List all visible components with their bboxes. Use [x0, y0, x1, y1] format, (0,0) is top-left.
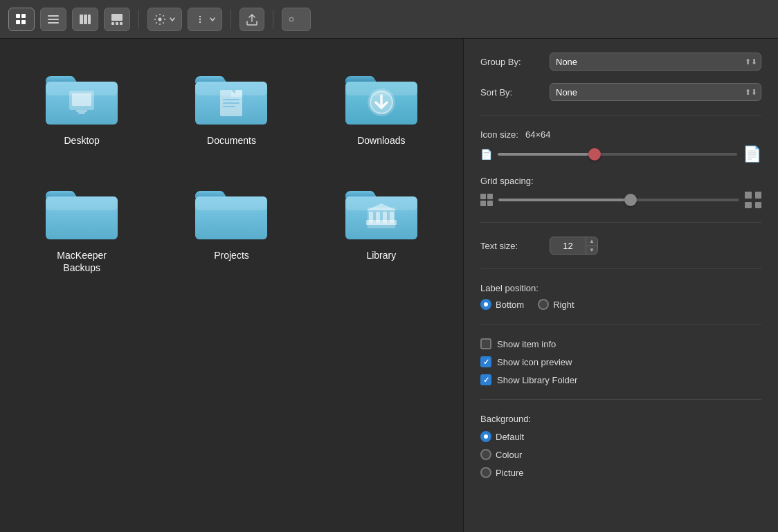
divider-3: [480, 268, 761, 269]
show-item-info-checkbox[interactable]: [480, 338, 491, 349]
svg-point-15: [199, 15, 201, 17]
svg-rect-6: [48, 22, 59, 24]
show-library-folder-item[interactable]: Show Library Folder: [480, 374, 761, 385]
svg-rect-10: [111, 14, 123, 21]
svg-rect-2: [16, 20, 20, 24]
label-position-section: Label position: Bottom Right: [480, 283, 761, 310]
svg-rect-45: [376, 212, 380, 223]
folder-library[interactable]: Library: [314, 174, 449, 274]
svg-rect-47: [390, 212, 394, 223]
folder-documents[interactable]: Documents: [163, 59, 299, 147]
folder-projects-label: Projects: [214, 249, 249, 262]
checkbox-section: Show item info Show icon preview Show Li…: [480, 338, 761, 385]
svg-rect-0: [16, 14, 20, 18]
grid-large-icon: [745, 192, 761, 208]
group-by-select-wrapper: None Name Kind Date Modified ⬆⬇: [550, 53, 761, 71]
icon-view-button[interactable]: [8, 8, 35, 31]
label-bottom-option[interactable]: Bottom: [480, 299, 524, 310]
background-picture-option[interactable]: Picture: [480, 467, 761, 478]
folder-desktop[interactable]: Desktop: [14, 59, 150, 147]
background-colour-text: Colour: [496, 450, 522, 460]
sort-by-row: Sort By: None Name Kind Date Modified ⬆⬇: [480, 83, 761, 101]
svg-rect-37: [46, 196, 118, 210]
divider-4: [480, 324, 761, 324]
show-item-info-label: Show item info: [497, 339, 556, 349]
toolbar-divider-2: [230, 10, 231, 29]
group-by-row: Group By: None Name Kind Date Modified ⬆…: [480, 53, 761, 71]
sort-by-select[interactable]: None Name Kind Date Modified: [550, 83, 761, 101]
svg-rect-31: [223, 106, 235, 107]
text-size-stepper: 12 ▲ ▼: [550, 237, 598, 255]
icon-size-section: Icon size: 64×64 📄 📄: [480, 129, 761, 163]
icon-size-slider[interactable]: [498, 153, 737, 156]
show-library-folder-label: Show Library Folder: [497, 375, 577, 385]
svg-rect-5: [48, 19, 59, 20]
label-right-text: Right: [553, 300, 574, 310]
grid-spacing-slider-container: [498, 193, 739, 207]
svg-rect-8: [84, 15, 87, 24]
label-right-radio[interactable]: [538, 299, 549, 310]
show-icon-preview-label: Show icon preview: [497, 357, 572, 367]
tag-button[interactable]: [282, 8, 311, 31]
background-picture-text: Picture: [496, 468, 523, 478]
show-icon-preview-checkbox[interactable]: [480, 356, 491, 367]
text-size-row: Text size: 12 ▲ ▼: [480, 237, 761, 255]
background-default-text: Default: [496, 432, 524, 442]
label-position-label: Label position:: [480, 283, 761, 293]
background-section: Background: Default Colour Picture: [480, 414, 761, 478]
svg-rect-13: [120, 22, 123, 25]
svg-rect-23: [72, 93, 91, 106]
action-button[interactable]: [188, 8, 222, 31]
label-bottom-radio[interactable]: [480, 299, 491, 310]
column-view-button[interactable]: [72, 8, 98, 31]
show-item-info-item[interactable]: Show item info: [480, 338, 761, 349]
svg-point-16: [199, 18, 201, 19]
svg-rect-29: [223, 99, 239, 100]
svg-rect-7: [80, 15, 83, 24]
text-size-label: Text size:: [480, 241, 543, 251]
label-right-option[interactable]: Right: [538, 299, 574, 310]
background-label: Background:: [480, 414, 761, 424]
list-view-button[interactable]: [40, 8, 66, 31]
grid-spacing-slider[interactable]: [498, 199, 739, 201]
grid-spacing-section: Grid spacing:: [480, 176, 761, 208]
svg-rect-48: [366, 223, 397, 225]
folder-downloads[interactable]: Downloads: [314, 59, 449, 147]
svg-rect-24: [76, 110, 87, 112]
svg-rect-4: [48, 15, 59, 17]
svg-rect-3: [21, 20, 26, 24]
icon-size-slider-container: [498, 147, 737, 161]
icon-size-value: 64×64: [525, 129, 551, 140]
folder-downloads-label: Downloads: [357, 134, 405, 147]
icon-size-label-row: Icon size: 64×64: [480, 129, 761, 140]
share-button[interactable]: [239, 8, 264, 31]
svg-point-14: [159, 17, 162, 21]
group-by-select[interactable]: None Name Kind Date Modified: [550, 53, 761, 71]
view-options-button[interactable]: [147, 8, 182, 31]
gallery-view-button[interactable]: [104, 8, 130, 31]
divider-2: [480, 222, 761, 223]
svg-rect-1: [21, 14, 26, 18]
main-content: Desktop: [0, 39, 778, 532]
stepper-up-button[interactable]: ▲: [586, 237, 597, 246]
toolbar: [0, 0, 778, 39]
icon-size-small-icon: 📄: [480, 149, 492, 160]
show-library-folder-checkbox[interactable]: [480, 374, 491, 385]
show-icon-preview-item[interactable]: Show icon preview: [480, 356, 761, 367]
icon-size-slider-row: 📄 📄: [480, 145, 761, 163]
stepper-down-button[interactable]: ▼: [586, 246, 597, 255]
background-colour-option[interactable]: Colour: [480, 449, 761, 460]
background-picture-radio[interactable]: [480, 467, 491, 478]
folder-desktop-label: Desktop: [64, 134, 99, 147]
background-default-radio[interactable]: [480, 431, 491, 442]
grid-spacing-label: Grid spacing:: [480, 176, 761, 186]
folder-projects[interactable]: Projects: [163, 174, 299, 274]
svg-rect-44: [369, 212, 373, 223]
folder-mackeeper[interactable]: MacKeeperBackups: [14, 174, 150, 274]
background-default-option[interactable]: Default: [480, 431, 761, 442]
toolbar-divider-1: [138, 10, 139, 29]
sort-by-select-wrapper: None Name Kind Date Modified ⬆⬇: [550, 83, 761, 101]
label-bottom-text: Bottom: [496, 300, 524, 310]
background-colour-radio[interactable]: [480, 449, 491, 460]
folder-library-label: Library: [366, 249, 396, 262]
